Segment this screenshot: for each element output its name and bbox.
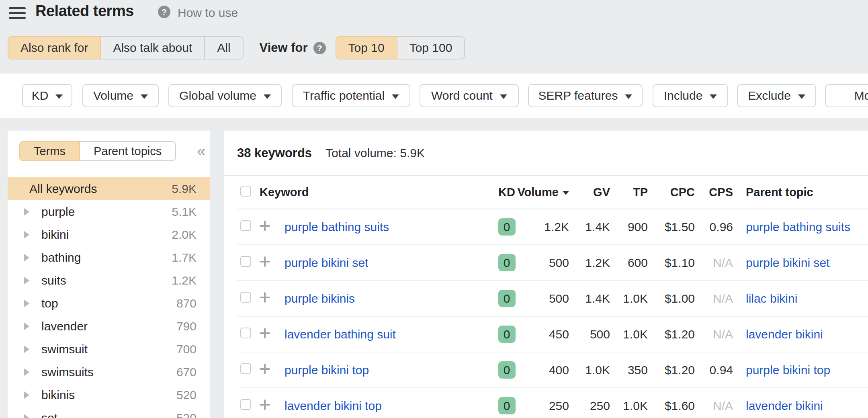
table-row: purple bathing suits 0 1.2K 1.4K 900 $1.…	[237, 209, 868, 245]
parent-topic-link[interactable]: purple bikini top	[733, 363, 868, 377]
filter-kd[interactable]: KD	[22, 84, 72, 107]
help-icon[interactable]: ?	[158, 6, 170, 18]
sidebar-item[interactable]: swimsuits 670	[8, 361, 210, 383]
expand-triangle-icon[interactable]	[24, 391, 29, 399]
column-header-cps[interactable]: CPS	[695, 186, 733, 199]
cps-value: N/A	[695, 256, 733, 270]
sidebar-item[interactable]: suits 1.2K	[8, 269, 210, 292]
gv-value: 1.4K	[569, 220, 610, 234]
sidebar-item[interactable]: lavender 790	[8, 315, 210, 338]
tab-top-100[interactable]: Top 100	[397, 36, 465, 59]
cpc-value: $1.20	[648, 328, 695, 341]
row-checkbox[interactable]	[240, 399, 251, 410]
filter-volume[interactable]: Volume	[82, 84, 159, 107]
keyword-link[interactable]: purple bikini top	[285, 363, 487, 377]
add-keyword-icon[interactable]	[260, 400, 270, 410]
column-header-gv[interactable]: GV	[569, 186, 610, 199]
view-for-help-icon[interactable]: ?	[313, 42, 326, 54]
results-summary: 38 keywords Total volume: 5.9K	[224, 131, 868, 176]
row-checkbox[interactable]	[240, 292, 251, 303]
sidebar-item[interactable]: bikinis 520	[8, 383, 210, 406]
keyword-link[interactable]: purple bikinis	[285, 292, 487, 305]
sidebar-item-label: suits	[41, 274, 66, 287]
filter-word-count[interactable]: Word count	[420, 84, 519, 107]
filter-more[interactable]: More	[825, 84, 868, 107]
parent-topic-link[interactable]: lavender bikini	[733, 328, 868, 341]
row-checkbox[interactable]	[240, 220, 251, 231]
sidebar-item[interactable]: bathing 1.7K	[8, 246, 210, 269]
cpc-value: $1.20	[648, 363, 695, 377]
filter-serp-features[interactable]: SERP features	[528, 84, 643, 107]
column-header-tp[interactable]: TP	[610, 186, 648, 199]
row-checkbox[interactable]	[240, 256, 251, 267]
table-row: lavender bathing suit 0 450 500 1.0K $1.…	[237, 317, 868, 352]
sidebar-item[interactable]: top 870	[8, 292, 210, 315]
sidebar-item[interactable]: set 520	[8, 406, 210, 418]
tab-also-rank-for[interactable]: Also rank for	[8, 36, 101, 59]
parent-topic-link[interactable]: purple bikini set	[733, 256, 868, 270]
sidebar-item-label: bikinis	[41, 388, 75, 402]
expand-triangle-icon[interactable]	[24, 368, 29, 376]
sidebar-item-label: bathing	[41, 251, 81, 264]
tp-value: 1.0K	[610, 328, 648, 341]
keyword-link[interactable]: purple bathing suits	[285, 220, 487, 234]
keyword-count: 38 keywords	[237, 146, 312, 160]
parent-topic-link[interactable]: purple bathing suits	[733, 220, 868, 234]
add-keyword-icon[interactable]	[260, 256, 270, 267]
tab-top-10[interactable]: Top 10	[336, 36, 397, 59]
keyword-link[interactable]: purple bikini set	[285, 256, 487, 270]
expand-triangle-icon[interactable]	[24, 208, 29, 216]
row-checkbox[interactable]	[240, 363, 251, 374]
filter-global-volume[interactable]: Global volume	[168, 84, 282, 107]
tab-parent-topics[interactable]: Parent topics	[79, 141, 176, 161]
expand-triangle-icon[interactable]	[24, 277, 29, 285]
volume-value: 1.2K	[527, 220, 569, 234]
expand-triangle-icon[interactable]	[24, 299, 29, 307]
gv-value: 1.4K	[569, 292, 610, 305]
sidebar-item[interactable]: swimsuit 700	[8, 338, 210, 361]
sidebar-item[interactable]: All keywords 5.9K	[8, 177, 210, 200]
volume-value: 400	[527, 363, 569, 377]
column-header-volume-label: Volume	[517, 186, 559, 199]
add-keyword-icon[interactable]	[260, 292, 270, 303]
table-body: purple bathing suits 0 1.2K 1.4K 900 $1.…	[224, 209, 868, 418]
add-keyword-icon[interactable]	[260, 364, 270, 374]
keyword-link[interactable]: lavender bathing suit	[285, 328, 487, 341]
collapse-sidebar-button[interactable]: «	[197, 143, 205, 159]
chevron-down-icon	[141, 94, 148, 99]
keyword-link[interactable]: lavender bikini top	[285, 399, 487, 413]
filter-include[interactable]: Include	[653, 84, 728, 107]
add-keyword-icon[interactable]	[260, 328, 270, 338]
expand-triangle-icon[interactable]	[24, 231, 29, 239]
chevron-down-icon	[500, 94, 507, 99]
sidebar-item-volume: 520	[176, 411, 197, 418]
tab-all[interactable]: All	[204, 36, 243, 59]
select-all-checkbox[interactable]	[240, 186, 251, 197]
expand-triangle-icon[interactable]	[24, 254, 29, 262]
expand-triangle-icon[interactable]	[24, 345, 29, 353]
parent-topic-link[interactable]: lilac bikini	[733, 292, 868, 305]
sidebar-item[interactable]: purple 5.1K	[8, 200, 210, 223]
table-row: purple bikini set 0 500 1.2K 600 $1.10 N…	[237, 245, 868, 281]
parent-topic-link[interactable]: lavender bikini	[733, 399, 868, 413]
expand-triangle-icon[interactable]	[24, 414, 29, 418]
column-header-cpc[interactable]: CPC	[648, 186, 695, 199]
expand-triangle-icon[interactable]	[24, 322, 29, 330]
volume-value: 500	[527, 256, 569, 270]
column-header-keyword[interactable]: Keyword	[260, 186, 487, 199]
sidebar-item[interactable]: bikini 2.0K	[8, 223, 210, 246]
column-header-parent-topic[interactable]: Parent topic	[733, 186, 868, 199]
row-checkbox[interactable]	[240, 328, 251, 338]
cpc-value: $1.50	[648, 220, 695, 234]
add-keyword-icon[interactable]	[260, 221, 270, 231]
sidebar-item-volume: 790	[176, 320, 197, 333]
tab-also-talk-about[interactable]: Also talk about	[100, 36, 205, 59]
how-to-use-link[interactable]: How to use	[178, 6, 238, 20]
filter-traffic-potential[interactable]: Traffic potential	[292, 84, 410, 107]
chevron-down-icon	[710, 94, 717, 99]
filter-exclude[interactable]: Exclude	[737, 84, 816, 107]
hamburger-menu-icon[interactable]	[9, 7, 26, 19]
gv-value: 250	[569, 399, 610, 413]
column-header-volume[interactable]: Volume	[527, 186, 569, 199]
tab-terms[interactable]: Terms	[19, 141, 80, 161]
